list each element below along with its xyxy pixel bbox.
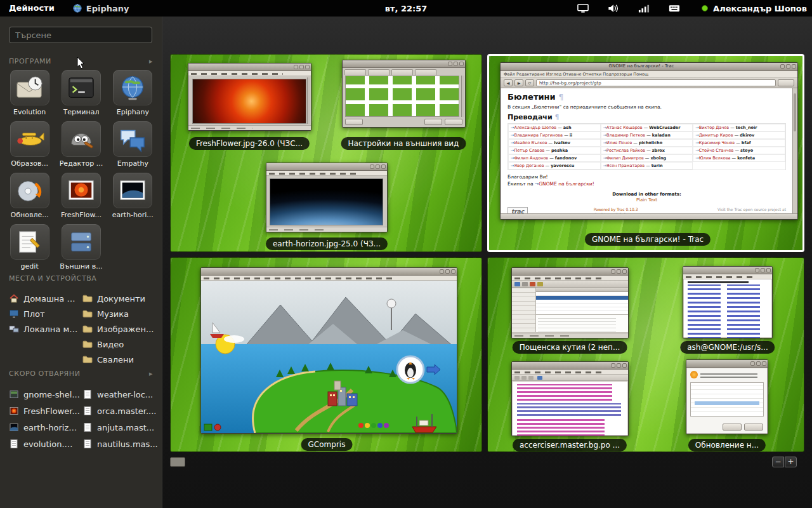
app-menu[interactable]: Epiphany	[72, 3, 129, 13]
app-grid: EvolutionТерминалEpiphanyОбразов...Редак…	[4, 70, 159, 271]
app-item-evolution[interactable]: Evolution	[5, 70, 55, 116]
app-item-epiphany[interactable]: Epiphany	[108, 70, 157, 116]
translator-link[interactable]: Ясен Праматаров	[606, 163, 645, 168]
window-title-text: GNOME на български! - Trac	[501, 64, 782, 69]
place-item-локална-мр[interactable]: Локална мр...	[9, 321, 80, 337]
update-install-button[interactable]	[744, 424, 763, 431]
search-input[interactable]	[9, 27, 152, 43]
gimp-icon	[62, 121, 101, 157]
recent-item-freshflower[interactable]: FreshFlower...	[9, 403, 80, 419]
page-scrollbar[interactable]	[792, 88, 797, 213]
reload-button[interactable]: ⟳	[525, 79, 534, 86]
translator-link[interactable]: Виктор Дачев	[699, 125, 729, 130]
window-epiphany-trac[interactable]: GNOME на български! - Trac Файл Редактир…	[500, 62, 798, 220]
team-line: Екипът на →GNOME на български!	[508, 181, 786, 187]
translator-link[interactable]: Димитър Киров	[699, 133, 733, 138]
window-update-manager[interactable]	[686, 359, 768, 434]
place-item-свалени[interactable]: Свалени	[82, 352, 161, 367]
place-item-музика[interactable]: Музика	[82, 306, 161, 321]
places-column-right: ДокументиМузикаИзображен...ВидеоСвалени	[82, 291, 161, 367]
titlebar	[512, 362, 628, 370]
app-item-gimp[interactable]: Редактор ...	[56, 121, 106, 168]
recent-item-earth-horizo[interactable]: earth-horizo...	[9, 419, 80, 436]
volume-icon[interactable]	[608, 4, 619, 13]
window-gedit-po-file[interactable]	[511, 361, 629, 436]
app-item-gcompris[interactable]: Образов...	[5, 121, 55, 168]
translator-link[interactable]: Атанас Кошаров	[606, 125, 643, 130]
translator-link[interactable]: Ростислав Райков	[606, 148, 645, 153]
translator-link[interactable]: Красимир Чонов	[699, 140, 735, 145]
clock[interactable]: вт, 22:57	[385, 4, 428, 13]
doc-icon	[82, 422, 93, 432]
recent-item-nautilus-mas[interactable]: nautilus.mas...	[82, 436, 161, 452]
item-label: Документи	[97, 294, 145, 304]
app-item-empathy[interactable]: Empathy	[108, 121, 157, 168]
window-terminal[interactable]	[683, 266, 773, 338]
user-menu[interactable]: Александър Шопов	[702, 4, 807, 13]
app-item-freshflower[interactable]: FreshFlow...	[56, 173, 106, 219]
display-icon[interactable]	[577, 4, 589, 13]
titlebar	[266, 163, 387, 171]
translator-link[interactable]: Илия Пенев	[606, 140, 632, 145]
app-item-gedit[interactable]: gedit	[5, 224, 55, 271]
window-evolution-mail[interactable]	[511, 267, 629, 338]
activities-button[interactable]: Дейности	[0, 0, 63, 17]
back-button[interactable]: ◀	[504, 79, 513, 86]
window-appearance-settings[interactable]	[342, 60, 466, 128]
window-gimp-freshflower[interactable]	[188, 63, 311, 131]
workspace-2-active[interactable]: GNOME на български! - Trac Файл Редактир…	[487, 54, 804, 252]
app-item-earth-horizon[interactable]: earth-hori...	[108, 173, 157, 219]
earth-icon	[9, 422, 19, 432]
item-label: FreshFlower...	[23, 406, 80, 416]
translator-link[interactable]: Филип Димитров	[606, 156, 644, 161]
workspace-zoom-out-button[interactable]: −	[772, 457, 784, 467]
translator-link[interactable]: Владимир Петков	[606, 133, 645, 138]
network-signal-icon[interactable]	[638, 4, 650, 13]
workspace-1[interactable]: FreshFlower.jpg-26.0 (ЧЗС... Настройки н…	[170, 54, 482, 252]
go-button[interactable]	[778, 79, 794, 86]
visit-trac-text: Visit the Trac open source project at ht…	[704, 207, 786, 213]
shot-icon	[9, 389, 19, 399]
team-link[interactable]: GNOME на български!	[539, 181, 594, 187]
translator-link[interactable]: Ивайло Вълков	[514, 140, 547, 145]
workspace-3[interactable]: GCompris	[170, 257, 482, 452]
evolution-icon	[10, 70, 49, 105]
app-item-terminal[interactable]: Терминал	[56, 70, 106, 116]
epiphany-app-icon	[72, 3, 82, 13]
update-cancel-button[interactable]	[723, 424, 742, 431]
translator-link[interactable]: Филип Андонов	[514, 156, 548, 161]
recent-item-evolution-m[interactable]: evolution.m...	[9, 436, 80, 452]
translator-link[interactable]: Юлия Велкова	[699, 156, 731, 161]
place-item-видео[interactable]: Видео	[82, 337, 161, 352]
plain-text-link[interactable]: Plain Text	[508, 197, 786, 203]
workspace-zoom-in-button[interactable]: +	[785, 457, 797, 467]
translator-link[interactable]: Стойчо Станчев	[699, 148, 734, 153]
empathy-icon	[113, 121, 152, 157]
folder-icon	[82, 324, 93, 334]
recent-item-gnome-shel[interactable]: gnome-shel...	[9, 386, 80, 403]
place-item-документи[interactable]: Документи	[82, 291, 161, 306]
recent-item-weather-loc[interactable]: weather-loc...	[82, 386, 161, 403]
keyboard-icon[interactable]	[669, 4, 680, 13]
recent-expand-icon[interactable]: ▸	[149, 370, 153, 378]
place-item-плот[interactable]: Плот	[9, 306, 80, 321]
workspace-4[interactable]: Пощенска кутия (2 неп... ash@GNOME:/usr/…	[487, 257, 804, 452]
workspace-indicator[interactable]	[170, 457, 185, 467]
window-label: Настройки на външния вид	[341, 137, 466, 150]
translator-link[interactable]: Александър Шопов	[514, 125, 556, 130]
app-item-external-drives[interactable]: Външни в...	[56, 224, 106, 271]
window-gcompris[interactable]	[200, 267, 457, 434]
translator-link[interactable]: Явор Доганов	[514, 163, 544, 168]
recent-item-orca-master[interactable]: orca.master....	[82, 403, 161, 419]
programs-expand-icon[interactable]: ▸	[149, 57, 153, 65]
url-bar[interactable]: http://fsa-bg.org/project/gtp	[536, 79, 776, 86]
window-gimp-earth-horizon[interactable]	[266, 163, 388, 232]
place-item-изображен[interactable]: Изображен...	[82, 321, 161, 337]
translator-link[interactable]: Владимира Гиргинова	[514, 133, 563, 138]
forward-button[interactable]: ▶	[514, 79, 523, 86]
place-item-домашна-п[interactable]: Домашна п...	[9, 291, 80, 306]
translator-link[interactable]: Петър Славов	[514, 148, 544, 153]
places-section-header: МЕСТА И УСТРОЙСТВА	[9, 274, 153, 283]
app-item-updates[interactable]: Обновле...	[5, 173, 55, 219]
recent-item-anjuta-mast[interactable]: anjuta.mast...	[82, 419, 161, 436]
